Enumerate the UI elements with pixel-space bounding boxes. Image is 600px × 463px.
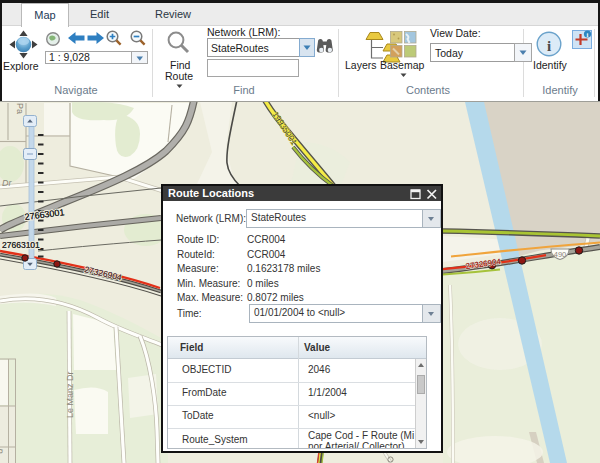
svg-text:Pa: Pa bbox=[15, 103, 25, 114]
svg-text:Contents: Contents bbox=[406, 84, 451, 96]
svg-text:Network (LRM):: Network (LRM): bbox=[207, 26, 281, 38]
svg-text:Today: Today bbox=[435, 47, 464, 59]
svg-text:Basemap: Basemap bbox=[380, 59, 425, 71]
svg-text:StateRoutes: StateRoutes bbox=[211, 42, 269, 54]
svg-text:Find: Find bbox=[233, 84, 254, 96]
svg-text:Identify: Identify bbox=[542, 84, 578, 96]
svg-text:1 : 9,028: 1 : 9,028 bbox=[49, 51, 90, 63]
svg-text:Le Manz Dr: Le Manz Dr bbox=[65, 371, 75, 418]
svg-text:i: i bbox=[587, 31, 589, 38]
svg-text:Explore: Explore bbox=[3, 60, 39, 72]
svg-text:Dr: Dr bbox=[2, 178, 12, 188]
svg-text:View Date:: View Date: bbox=[430, 27, 481, 39]
svg-text:Identify: Identify bbox=[533, 59, 568, 71]
svg-text:27663101: 27663101 bbox=[2, 240, 40, 250]
svg-text:i: i bbox=[547, 38, 551, 54]
svg-text:Layers: Layers bbox=[345, 59, 377, 71]
svg-text:Route: Route bbox=[165, 70, 193, 82]
svg-text:Navigate: Navigate bbox=[54, 84, 97, 96]
svg-text:490: 490 bbox=[554, 250, 567, 259]
